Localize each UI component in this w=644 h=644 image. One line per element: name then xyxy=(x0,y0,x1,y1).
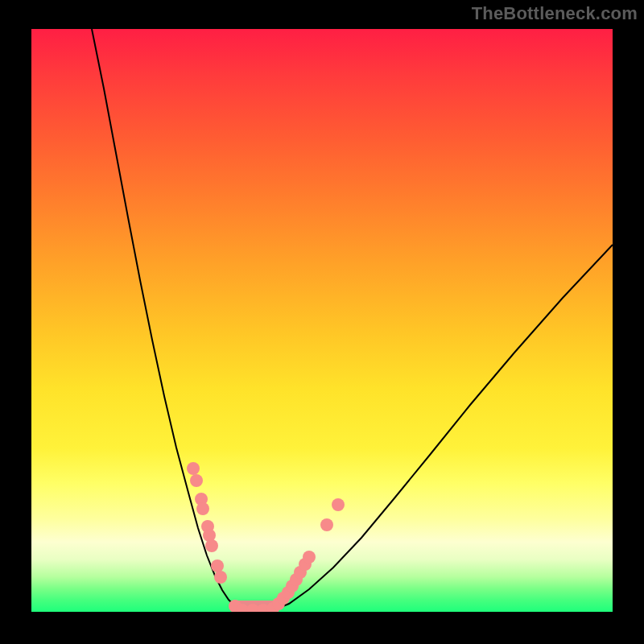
data-point-marker xyxy=(303,551,316,564)
data-point-marker xyxy=(214,571,227,584)
data-point-marker xyxy=(187,462,200,475)
data-point-marker xyxy=(196,502,209,515)
watermark-text: TheBottleneck.com xyxy=(472,3,638,24)
plot-area xyxy=(31,29,613,612)
chart-frame: TheBottleneck.com xyxy=(0,0,644,644)
curve-group xyxy=(92,29,613,612)
data-point-marker xyxy=(320,518,333,531)
data-point-marker xyxy=(211,559,224,572)
data-point-marker xyxy=(190,474,203,487)
chart-svg xyxy=(31,29,613,612)
bottleneck-curve xyxy=(92,29,613,610)
marker-cluster xyxy=(187,462,345,612)
data-point-marker xyxy=(332,498,345,511)
data-point-marker xyxy=(205,539,218,552)
